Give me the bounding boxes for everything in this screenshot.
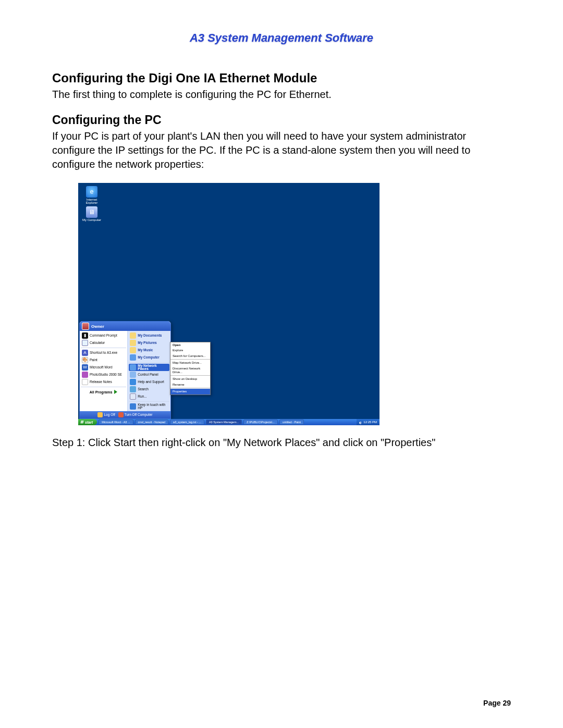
start-item-label: My Documents bbox=[138, 334, 162, 338]
control-panel-icon bbox=[130, 372, 136, 378]
separator bbox=[170, 359, 210, 360]
folder-icon bbox=[130, 332, 136, 339]
start-item-help-support[interactable]: Help and Support bbox=[129, 378, 169, 386]
figure-caption-step1: Step 1: Click Start then right-click on … bbox=[52, 437, 511, 449]
separator bbox=[129, 362, 169, 363]
start-item-my-pictures[interactable]: My Pictures bbox=[129, 339, 169, 347]
computer-icon: 🖥 bbox=[86, 206, 97, 218]
notes-icon bbox=[82, 379, 88, 385]
start-item-release-notes[interactable]: Release Notes bbox=[81, 378, 126, 386]
separator bbox=[170, 388, 210, 388]
ctx-item-rename[interactable]: Rename bbox=[170, 382, 210, 388]
system-tray[interactable]: ◐ 12:25 PM bbox=[357, 419, 380, 425]
separator bbox=[81, 387, 126, 387]
turnoff-button[interactable]: Turn Off Computer bbox=[118, 412, 153, 417]
heading-configure-pc: Configuring the PC bbox=[52, 113, 511, 127]
start-item-label: My Computer bbox=[138, 356, 160, 360]
clock: 12:25 PM bbox=[363, 421, 377, 424]
logoff-button[interactable]: Log Off bbox=[97, 412, 115, 417]
start-item-label: Paint bbox=[90, 359, 97, 362]
start-item-photostudio[interactable]: PhotoStudio 2000 SE bbox=[81, 371, 126, 378]
ctx-item-explore[interactable]: Explore bbox=[170, 348, 210, 353]
start-menu-left-pane: ▮Command Prompt Calculator AShortcut to … bbox=[80, 331, 128, 411]
computer-icon bbox=[130, 354, 136, 361]
start-item-my-computer[interactable]: My Computer bbox=[129, 354, 169, 361]
start-label: start bbox=[85, 421, 93, 424]
arrow-right-icon bbox=[114, 390, 117, 394]
ie-icon: e bbox=[86, 186, 97, 198]
start-button[interactable]: ⊞ start bbox=[78, 419, 97, 425]
start-item-label: Shortcut to A3.exe bbox=[90, 351, 117, 355]
start-item-my-documents[interactable]: My Documents bbox=[129, 332, 169, 339]
folder-icon bbox=[130, 340, 136, 346]
start-item-label: My Pictures bbox=[138, 341, 157, 345]
photo-icon bbox=[82, 372, 88, 378]
start-item-label: Microsoft Word bbox=[90, 366, 113, 369]
logoff-label: Log Off bbox=[104, 413, 115, 416]
ctx-item-disconnect-drive[interactable]: Disconnect Network Drive... bbox=[170, 366, 210, 375]
taskbar: ⊞ start Microsoft Word - A3 ... cmd_resu… bbox=[78, 419, 380, 425]
ctx-item-search-computers[interactable]: Search for Computers... bbox=[170, 353, 210, 359]
start-all-programs[interactable]: All Programs bbox=[81, 388, 126, 396]
start-item-label: Help and Support bbox=[138, 380, 164, 384]
taskbar-item[interactable]: A3 System Managem... bbox=[206, 419, 242, 425]
network-icon bbox=[130, 364, 136, 371]
start-menu-owner: Owner bbox=[91, 324, 104, 329]
paragraph-intro: The first thing to complete is configuri… bbox=[52, 88, 511, 102]
logoff-icon bbox=[97, 412, 103, 417]
desktop-icon-label: Internet Explorer bbox=[81, 198, 102, 204]
start-item-control-panel[interactable]: Control Panel bbox=[129, 371, 169, 378]
ctx-item-open[interactable]: Open bbox=[170, 342, 210, 348]
taskbar-item[interactable]: cmd_result - Notepad bbox=[135, 419, 169, 425]
ctx-item-map-drive[interactable]: Map Network Drive... bbox=[170, 360, 210, 366]
doc-title: A3 System Management Software bbox=[52, 31, 511, 45]
start-item-my-music[interactable]: My Music bbox=[129, 347, 169, 354]
search-icon bbox=[130, 386, 136, 392]
desktop-icon-label: My Computer bbox=[81, 218, 102, 221]
taskbar-item[interactable]: a3_system_log.txt - ... bbox=[170, 419, 204, 425]
power-icon bbox=[118, 412, 124, 417]
desktop-icon-ie[interactable]: e Internet Explorer bbox=[81, 186, 102, 204]
ctx-item-properties[interactable]: Properties bbox=[170, 389, 210, 394]
windows-flag-icon: ⊞ bbox=[80, 420, 83, 424]
turnoff-label: Turn Off Computer bbox=[125, 413, 153, 416]
start-item-label: Calculator bbox=[90, 341, 105, 345]
start-menu: Owner ▮Command Prompt Calculator AShortc… bbox=[79, 321, 171, 419]
start-item-search[interactable]: Search bbox=[129, 386, 169, 393]
help-icon bbox=[130, 379, 136, 385]
run-icon bbox=[130, 393, 136, 400]
heading-configure-module: Configuring the Digi One IA Ethernet Mod… bbox=[52, 71, 511, 85]
all-programs-label: All Programs bbox=[90, 390, 113, 394]
start-item-label: Run... bbox=[138, 395, 146, 399]
a3-icon: A bbox=[82, 350, 88, 356]
folder-icon bbox=[130, 347, 136, 353]
start-menu-header: Owner bbox=[80, 322, 170, 331]
start-item-label: Search bbox=[138, 388, 149, 391]
start-menu-footer: Log Off Turn Off Computer bbox=[80, 411, 170, 418]
start-item-label: My Network Places bbox=[138, 364, 168, 371]
start-item-label: Control Panel bbox=[138, 373, 158, 377]
start-item-label: PhotoStudio 2000 SE bbox=[90, 373, 122, 377]
paint-icon: 🎨 bbox=[82, 357, 88, 363]
start-item-a3-shortcut[interactable]: AShortcut to A3.exe bbox=[81, 349, 126, 356]
paragraph-configure-pc: If your PC is part of your plant's LAN t… bbox=[52, 129, 511, 171]
taskbar-item[interactable]: Z:\PUBLIC\Projects\... bbox=[243, 419, 278, 425]
start-item-my-network-places[interactable]: My Network Places bbox=[129, 364, 169, 371]
taskbar-item[interactable]: Microsoft Word - A3 ... bbox=[99, 419, 133, 425]
start-menu-right-pane: My Documents My Pictures My Music My Com… bbox=[128, 331, 170, 411]
start-menu-body: ▮Command Prompt Calculator AShortcut to … bbox=[80, 331, 170, 411]
start-item-hp[interactable]: Keep in touch with HP bbox=[129, 403, 169, 410]
start-item-word[interactable]: WMicrosoft Word bbox=[81, 364, 126, 371]
user-avatar-icon bbox=[82, 323, 89, 330]
taskbar-item[interactable]: untitled - Paint bbox=[279, 419, 304, 425]
start-item-paint[interactable]: 🎨Paint bbox=[81, 356, 126, 364]
desktop-icon-mycomputer[interactable]: 🖥 My Computer bbox=[81, 206, 102, 221]
separator bbox=[170, 375, 210, 376]
context-menu: Open Explore Search for Computers... Map… bbox=[170, 342, 211, 395]
start-item-run[interactable]: Run... bbox=[129, 393, 169, 400]
desktop-icons: e Internet Explorer 🖥 My Computer bbox=[81, 186, 106, 224]
start-item-calculator[interactable]: Calculator bbox=[81, 339, 126, 347]
start-item-command-prompt[interactable]: ▮Command Prompt bbox=[81, 332, 126, 339]
ctx-item-show-desktop[interactable]: Show on Desktop bbox=[170, 376, 210, 382]
hp-icon bbox=[130, 403, 136, 410]
